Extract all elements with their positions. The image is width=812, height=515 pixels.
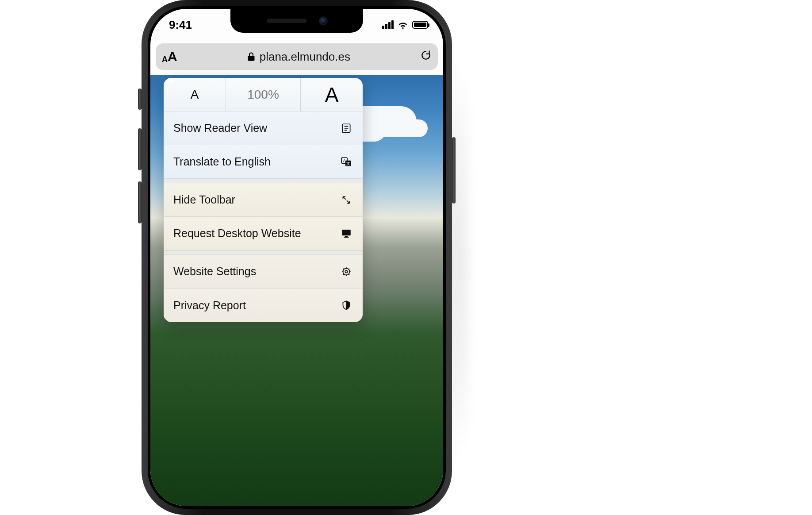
iphone-device-frame: 9:41 AA — [142, 0, 452, 515]
battery-icon — [412, 21, 428, 29]
menu-item-hide-toolbar[interactable]: Hide Toolbar — [164, 183, 363, 217]
side-power-button — [452, 137, 456, 204]
text-size-decrease-button[interactable]: A — [164, 78, 226, 111]
text-size-large-a-icon: A — [325, 83, 339, 107]
svg-point-12 — [345, 270, 347, 273]
text-zoom-indicator[interactable]: 100% — [226, 78, 301, 111]
menu-item-desktop-site[interactable]: Request Desktop Website — [164, 217, 363, 250]
text-size-control: A 100% A — [164, 78, 363, 111]
menu-item-label: Request Desktop Website — [173, 227, 301, 240]
reload-icon — [420, 50, 432, 61]
menu-item-privacy-report[interactable]: Privacy Report — [164, 288, 363, 322]
page-settings-popover: A 100% A Show Reader View — [164, 78, 363, 322]
translate-icon: A文 — [340, 156, 353, 168]
menu-item-label: Hide Toolbar — [173, 193, 235, 206]
svg-text:文: 文 — [346, 161, 350, 165]
expand-arrows-icon — [340, 194, 353, 206]
safari-address-bar: AA plana.elmundo.es — [156, 43, 438, 70]
svg-rect-8 — [342, 230, 351, 235]
front-camera — [320, 17, 327, 24]
small-a-icon: A — [162, 55, 168, 63]
earpiece-speaker — [267, 19, 306, 23]
lock-icon — [247, 52, 255, 61]
page-settings-aa-button[interactable]: AA — [162, 50, 177, 63]
menu-item-translate[interactable]: Translate to English A文 — [164, 145, 363, 179]
mute-switch — [138, 88, 142, 110]
url-domain-text: plana.elmundo.es — [260, 50, 350, 64]
menu-item-label: Website Settings — [173, 265, 256, 278]
address-display[interactable]: plana.elmundo.es — [182, 50, 416, 64]
status-time: 9:41 — [169, 18, 192, 32]
menu-item-label: Privacy Report — [173, 299, 246, 312]
gear-icon — [340, 266, 353, 277]
volume-down-button — [138, 181, 142, 223]
shield-icon — [340, 300, 353, 311]
device-notch — [230, 9, 363, 33]
text-size-increase-button[interactable]: A — [301, 78, 363, 111]
wifi-icon — [397, 20, 409, 29]
cellular-signal-icon — [382, 20, 394, 29]
desktop-icon — [340, 228, 353, 239]
reader-view-icon — [340, 123, 353, 134]
menu-item-label: Show Reader View — [173, 122, 267, 135]
big-a-icon: A — [168, 50, 177, 63]
menu-item-reader-view[interactable]: Show Reader View — [164, 111, 363, 145]
menu-item-label: Translate to English — [173, 155, 271, 168]
menu-item-website-settings[interactable]: Website Settings — [164, 255, 363, 288]
reload-button[interactable] — [420, 50, 432, 64]
text-zoom-value: 100% — [247, 88, 279, 102]
svg-rect-10 — [344, 237, 349, 238]
text-size-small-a-icon: A — [191, 88, 199, 102]
svg-rect-9 — [345, 236, 348, 237]
volume-up-button — [138, 128, 142, 170]
